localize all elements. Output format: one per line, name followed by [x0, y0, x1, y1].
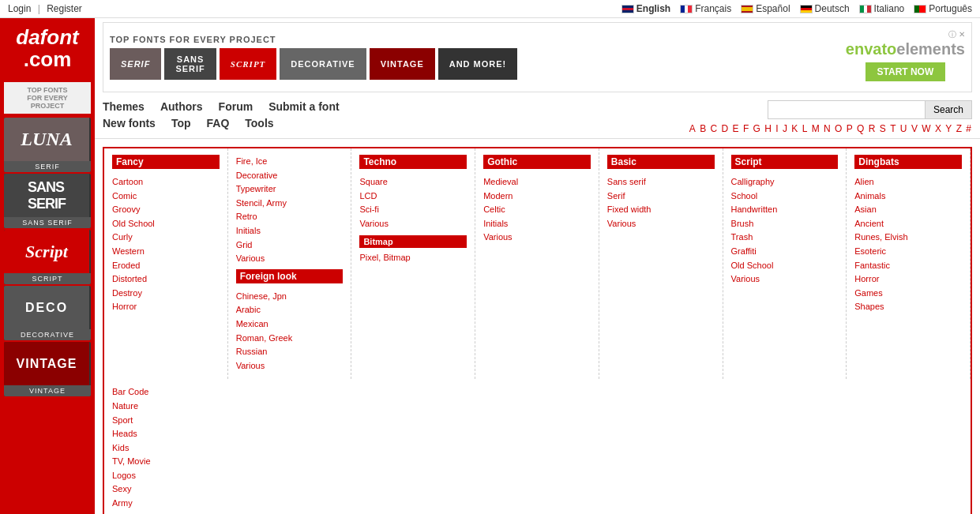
alpha-E[interactable]: E — [733, 123, 739, 134]
cat-old-school[interactable]: Old School — [731, 259, 839, 273]
cat-fancy-distorted[interactable]: Distorted — [112, 272, 220, 287]
cat-decorative[interactable]: Decorative — [236, 169, 344, 183]
start-now-btn[interactable]: START NOW — [865, 62, 946, 81]
cat-kids[interactable]: Kids — [112, 441, 220, 456]
cat-techno-various[interactable]: Various — [359, 217, 467, 231]
cat-fancy-cartoon[interactable]: Cartoon — [112, 175, 220, 189]
cat-retro[interactable]: Retro — [236, 210, 344, 224]
alpha-X[interactable]: X — [935, 123, 941, 134]
alpha-H[interactable]: H — [764, 123, 772, 134]
alpha-K[interactable]: K — [791, 123, 798, 134]
ad-script-btn[interactable]: SCRIPT — [220, 48, 277, 80]
cat-gothic-initials[interactable]: Initials — [483, 217, 591, 231]
cat-sexy[interactable]: Sexy — [112, 482, 220, 497]
alpha-L[interactable]: L — [802, 123, 808, 134]
alpha-A[interactable]: A — [689, 123, 696, 134]
alpha-G[interactable]: G — [753, 123, 760, 134]
nav-authors[interactable]: Authors — [160, 100, 203, 113]
cat-fancy-curly[interactable]: Curly — [112, 231, 220, 245]
alpha-F[interactable]: F — [743, 123, 749, 134]
alpha-R[interactable]: R — [869, 123, 876, 134]
cat-fantastic[interactable]: Fantastic — [854, 259, 962, 273]
sidebar-font-vintage[interactable]: VINTAGE VINTAGE — [4, 342, 91, 396]
sidebar-font-decorative[interactable]: DECO DECORATIVE — [4, 286, 91, 340]
cat-sans-serif[interactable]: Sans serif — [607, 175, 715, 189]
ad-more-btn[interactable]: AND MORE! — [438, 48, 518, 80]
alpha-N[interactable]: N — [824, 123, 831, 134]
cat-grid[interactable]: Grid — [236, 238, 344, 253]
alpha-P[interactable]: P — [847, 123, 853, 134]
cat-typewriter[interactable]: Typewriter — [236, 182, 344, 197]
cat-modern[interactable]: Modern — [483, 189, 591, 204]
nav-newfonts[interactable]: New fonts — [103, 117, 156, 129]
lang-fr[interactable]: Français — [680, 3, 731, 14]
cat-nature[interactable]: Nature — [112, 400, 220, 414]
ad-serif-btn[interactable]: SERIF — [110, 48, 161, 80]
cat-fancy-eroded[interactable]: Eroded — [112, 259, 220, 273]
cat-logos[interactable]: Logos — [112, 469, 220, 483]
lang-de[interactable]: Deutsch — [800, 3, 850, 14]
cat-fixed-width[interactable]: Fixed width — [607, 203, 715, 217]
nav-submit[interactable]: Submit a font — [268, 100, 339, 113]
cat-ancient[interactable]: Ancient — [854, 217, 962, 231]
cat-fancy-western[interactable]: Western — [112, 245, 220, 259]
cat-barcode[interactable]: Bar Code — [112, 385, 220, 400]
cat-school[interactable]: School — [731, 189, 839, 204]
cat-lcd[interactable]: LCD — [359, 189, 467, 204]
cat-fancy-various[interactable]: Various — [236, 252, 344, 266]
cat-russian[interactable]: Russian — [236, 345, 344, 359]
cat-fancy-destroy[interactable]: Destroy — [112, 287, 220, 301]
search-input[interactable] — [768, 100, 926, 119]
ad-deco-btn[interactable]: DECORATIVE — [280, 48, 366, 80]
cat-chinese-jpn[interactable]: Chinese, Jpn — [236, 290, 344, 304]
alpha-C[interactable]: C — [711, 123, 718, 134]
cat-handwritten[interactable]: Handwritten — [731, 203, 839, 217]
cat-shapes[interactable]: Shapes — [854, 300, 962, 314]
alpha-V[interactable]: V — [911, 123, 918, 134]
cat-horror[interactable]: Horror — [854, 272, 962, 287]
sidebar-font-sans[interactable]: SANSSERIF SANS SERIF — [4, 174, 91, 228]
cat-fire-ice[interactable]: Fire, Ice — [236, 155, 344, 169]
cat-fancy-oldschool[interactable]: Old School — [112, 217, 220, 231]
cat-stencil-army[interactable]: Stencil, Army — [236, 197, 344, 211]
cat-alien[interactable]: Alien — [854, 175, 962, 189]
cat-fancy-horror[interactable]: Horror — [112, 300, 220, 314]
cat-esoteric[interactable]: Esoteric — [854, 245, 962, 259]
login-link[interactable]: Login — [8, 3, 31, 14]
cat-serif[interactable]: Serif — [607, 189, 715, 204]
alpha-Q[interactable]: Q — [857, 123, 864, 134]
cat-heads[interactable]: Heads — [112, 427, 220, 441]
sidebar-font-serif[interactable]: LUNA SERIF — [4, 118, 91, 172]
cat-basic-various[interactable]: Various — [607, 217, 715, 231]
register-link[interactable]: Register — [47, 3, 82, 14]
cat-army[interactable]: Army — [112, 497, 220, 511]
nav-faq[interactable]: FAQ — [207, 117, 230, 129]
cat-fancy-groovy[interactable]: Groovy — [112, 203, 220, 217]
cat-music[interactable]: Music — [112, 511, 220, 514]
ad-close-icon[interactable]: ✕ — [959, 30, 965, 39]
alpha-M[interactable]: M — [812, 123, 820, 134]
alpha-W[interactable]: W — [922, 123, 930, 134]
cat-runes-elvish[interactable]: Runes, Elvish — [854, 231, 962, 245]
alpha-B[interactable]: B — [700, 123, 706, 134]
cat-gothic-various[interactable]: Various — [483, 231, 591, 245]
alpha-S[interactable]: S — [880, 123, 886, 134]
alpha-J[interactable]: J — [783, 123, 787, 134]
cat-fancy-comic[interactable]: Comic — [112, 189, 220, 204]
alpha-O[interactable]: O — [835, 123, 842, 134]
cat-initials[interactable]: Initials — [236, 224, 344, 238]
lang-es[interactable]: Español — [741, 3, 790, 14]
ad-info-icon[interactable]: ⓘ — [948, 30, 956, 39]
cat-asian[interactable]: Asian — [854, 203, 962, 217]
nav-forum[interactable]: Forum — [219, 100, 253, 113]
cat-celtic[interactable]: Celtic — [483, 203, 591, 217]
ad-vintage-btn[interactable]: VINTAGE — [370, 48, 435, 80]
nav-top[interactable]: Top — [171, 117, 191, 129]
cat-calligraphy[interactable]: Calligraphy — [731, 175, 839, 189]
ad-sans-btn[interactable]: SANSSERIF — [164, 48, 216, 80]
alpha-U[interactable]: U — [900, 123, 907, 134]
lang-en[interactable]: English — [621, 3, 670, 14]
alpha-Z[interactable]: Z — [956, 123, 962, 134]
cat-sci-fi[interactable]: Sci-fi — [359, 203, 467, 217]
alpha-T[interactable]: T — [890, 123, 896, 134]
